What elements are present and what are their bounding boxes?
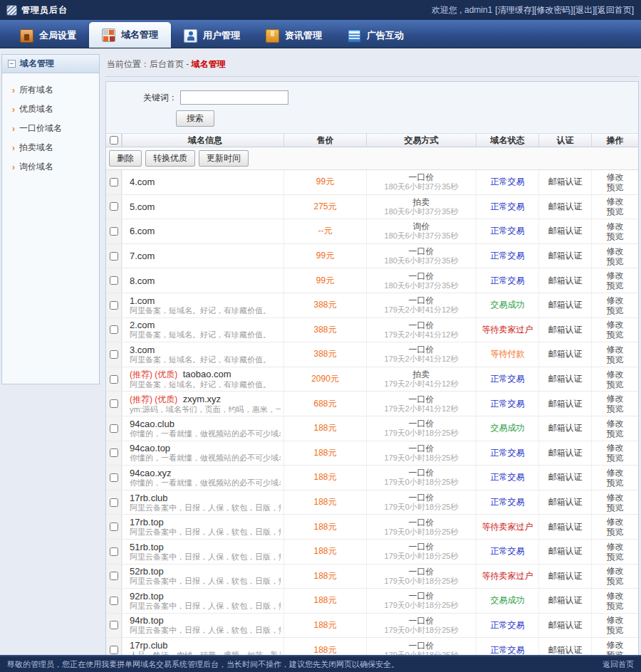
auth-cell: 邮箱认证: [538, 638, 591, 655]
main-nav: 全局设置域名管理用户管理资讯管理广告互动: [0, 20, 641, 48]
sidebar-item[interactable]: ›一口价域名: [12, 119, 99, 138]
row-check-cell: [106, 195, 122, 219]
sidebar-item[interactable]: ›询价域名: [12, 157, 99, 177]
preview-link[interactable]: 预览: [607, 182, 624, 192]
status-cell: 等待付款: [476, 342, 538, 367]
row-check-cell: [106, 268, 122, 293]
preview-link[interactable]: 预览: [607, 650, 624, 655]
toolbar-button[interactable]: 删除: [109, 150, 142, 167]
edit-link[interactable]: 修改: [607, 493, 624, 503]
preview-link[interactable]: 预览: [607, 330, 624, 340]
preview-link[interactable]: 预览: [607, 576, 624, 586]
preview-link[interactable]: 预览: [607, 527, 624, 537]
trade-cell: 一口价 179天0小时18分25秒: [366, 490, 476, 515]
topbar-link[interactable]: [修改密码]: [534, 5, 573, 15]
row-checkbox[interactable]: [110, 399, 118, 408]
nav-tab-home[interactable]: 全局设置: [7, 23, 89, 48]
edit-link[interactable]: 修改: [607, 172, 624, 182]
row-checkbox[interactable]: [110, 646, 118, 654]
trade-method: 一口价: [409, 271, 434, 281]
edit-link[interactable]: 修改: [607, 271, 624, 280]
row-checkbox[interactable]: [110, 350, 118, 359]
edit-link[interactable]: 修改: [607, 542, 624, 552]
row-checkbox[interactable]: [110, 572, 118, 580]
status-cell: 等待卖家过户: [476, 565, 538, 589]
preview-link[interactable]: 预览: [607, 601, 624, 611]
trade-countdown: 180天6小时37分35秒: [385, 182, 459, 191]
row-checkbox[interactable]: [110, 523, 118, 531]
preview-link[interactable]: 预览: [607, 625, 624, 635]
edit-link[interactable]: 修改: [607, 246, 624, 256]
preview-link[interactable]: 预览: [607, 280, 624, 290]
preview-link[interactable]: 预览: [607, 206, 624, 216]
topbar-link[interactable]: [清理缓存]: [495, 5, 534, 15]
row-checkbox[interactable]: [110, 448, 118, 457]
footer-home-link[interactable]: 返回首页: [603, 659, 634, 670]
nav-tab-user[interactable]: 用户管理: [171, 23, 253, 48]
preview-link[interactable]: 预览: [607, 256, 624, 266]
preview-link[interactable]: 预览: [607, 503, 624, 513]
preview-link[interactable]: 预览: [607, 305, 624, 315]
topbar-link[interactable]: [退出]: [573, 5, 595, 15]
row-checkbox[interactable]: [110, 621, 118, 629]
row-checkbox[interactable]: [110, 424, 118, 433]
window-icon: [348, 29, 361, 43]
row-checkbox[interactable]: [110, 178, 118, 187]
preview-link[interactable]: 预览: [607, 453, 624, 463]
edit-link[interactable]: 修改: [607, 295, 624, 305]
edit-link[interactable]: 修改: [607, 615, 624, 625]
topbar-link[interactable]: [返回首页]: [595, 5, 634, 15]
row-checkbox[interactable]: [110, 498, 118, 507]
trade-countdown: 180天6小时37分35秒: [385, 256, 459, 266]
edit-link[interactable]: 修改: [607, 345, 624, 355]
row-checkbox[interactable]: [110, 301, 118, 310]
edit-link[interactable]: 修改: [607, 320, 624, 330]
preview-link[interactable]: 预览: [607, 231, 624, 241]
edit-link[interactable]: 修改: [607, 443, 624, 453]
auth-label: 邮箱认证: [548, 594, 583, 607]
edit-link[interactable]: 修改: [607, 196, 624, 206]
edit-link[interactable]: 修改: [607, 394, 624, 404]
edit-link[interactable]: 修改: [607, 468, 624, 478]
preview-link[interactable]: 预览: [607, 355, 624, 364]
sidebar-item-label: 所有域名: [19, 84, 53, 96]
row-checkbox[interactable]: [110, 202, 118, 211]
edit-link[interactable]: 修改: [607, 591, 624, 601]
row-checkbox[interactable]: [110, 227, 118, 236]
select-all-checkbox[interactable]: [110, 136, 118, 145]
edit-link[interactable]: 修改: [607, 640, 624, 650]
row-checkbox[interactable]: [110, 325, 118, 334]
ops-cell: 修改 预览: [591, 293, 638, 317]
search-button[interactable]: 搜索: [176, 110, 214, 127]
edit-link[interactable]: 修改: [607, 517, 624, 527]
edit-link[interactable]: 修改: [607, 369, 624, 379]
domain-name: 6.com: [130, 226, 155, 236]
sidebar-item[interactable]: ›所有域名: [12, 80, 99, 100]
toolbar-button[interactable]: 转换优质: [145, 150, 195, 167]
sidebar-item[interactable]: ›拍卖域名: [12, 138, 99, 157]
edit-link[interactable]: 修改: [607, 419, 624, 429]
row-check-cell: [106, 490, 122, 515]
toolbar-button[interactable]: 更新时间: [199, 150, 249, 167]
nav-tab-box[interactable]: 资讯管理: [253, 23, 335, 48]
collapse-icon[interactable]: −: [8, 60, 16, 68]
sidebar-header[interactable]: − 域名管理: [2, 55, 99, 73]
row-checkbox[interactable]: [110, 597, 118, 605]
edit-link[interactable]: 修改: [607, 221, 624, 231]
trade-cell: 询价 180天6小时37分35秒: [366, 219, 476, 243]
row-checkbox[interactable]: [110, 375, 118, 384]
preview-link[interactable]: 预览: [607, 552, 624, 562]
preview-link[interactable]: 预览: [607, 379, 624, 389]
row-checkbox[interactable]: [110, 547, 118, 556]
preview-link[interactable]: 预览: [607, 478, 624, 488]
row-checkbox[interactable]: [110, 276, 118, 285]
preview-link[interactable]: 预览: [607, 404, 624, 414]
row-checkbox[interactable]: [110, 252, 118, 261]
nav-tab-grid[interactable]: 域名管理: [89, 22, 171, 48]
keyword-input[interactable]: [180, 90, 288, 105]
nav-tab-window[interactable]: 广告互动: [335, 23, 417, 48]
preview-link[interactable]: 预览: [607, 429, 624, 439]
edit-link[interactable]: 修改: [607, 566, 624, 576]
row-checkbox[interactable]: [110, 473, 118, 482]
sidebar-item[interactable]: ›优质域名: [12, 100, 99, 119]
